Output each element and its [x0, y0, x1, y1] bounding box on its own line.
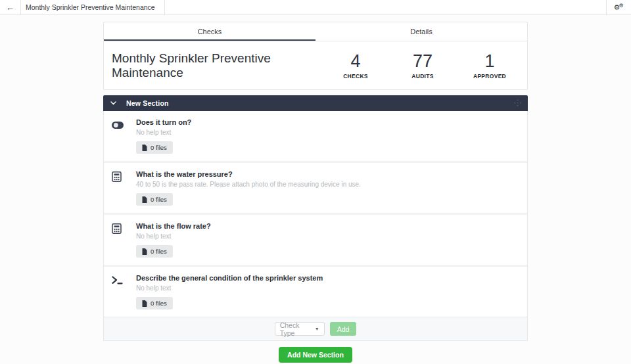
file-icon [142, 300, 147, 307]
gears-icon: ⚙⚙ [614, 3, 624, 12]
calculator-icon [112, 222, 132, 258]
tab-details-label: Details [410, 28, 432, 35]
page-title: Monthly Sprinkler Preventive Maintenance [112, 51, 335, 80]
summary-card: Checks Details Monthly Sprinkler Prevent… [103, 22, 528, 90]
terminal-icon [112, 274, 132, 309]
stat-approved-value: 1 [469, 52, 510, 70]
stat-audits: 77 AUDITS [402, 52, 443, 79]
tab-details[interactable]: Details [316, 22, 527, 41]
files-count-label: 0 files [151, 144, 167, 151]
tab-checks-label: Checks [198, 28, 222, 35]
section-card: New Section Does it turn on? No help tex… [103, 95, 528, 341]
check-title: What is the water pressure? [136, 170, 519, 178]
toggle-icon [112, 118, 132, 154]
add-new-section-button[interactable]: Add New Section [279, 347, 352, 363]
stat-approved: 1 APPROVED [469, 52, 510, 79]
check-help-text: 40 to 50 is the pass rate. Please attach… [136, 181, 519, 188]
section-header[interactable]: New Section [103, 95, 528, 111]
settings-button[interactable]: ⚙⚙ [606, 0, 631, 14]
files-button[interactable]: 0 files [136, 245, 173, 258]
files-count-label: 0 files [151, 248, 167, 255]
section-title: New Section [126, 99, 169, 107]
main-content: Checks Details Monthly Sprinkler Prevent… [103, 22, 528, 363]
file-icon [142, 145, 147, 151]
tab-checks[interactable]: Checks [104, 22, 316, 41]
check-title: Describe the general condition of the sp… [136, 274, 519, 282]
add-check-row: Check Type ▼ Add [103, 317, 528, 341]
check-help-text: No help text [136, 284, 519, 292]
breadcrumb-title: Monthly Sprinkler Preventive Maintenance [26, 3, 155, 11]
check-row-flow-rate[interactable]: What is the flow rate? No help text 0 fi… [104, 215, 527, 267]
tab-bar: Checks Details [104, 22, 527, 41]
stat-checks-value: 4 [335, 52, 376, 70]
check-body: Describe the general condition of the sp… [132, 274, 519, 309]
check-list: Does it turn on? No help text 0 files Wh… [103, 111, 528, 317]
breadcrumb[interactable]: Monthly Sprinkler Preventive Maintenance [21, 0, 165, 14]
stat-checks-label: CHECKS [335, 73, 376, 80]
topbar-spacer [165, 0, 606, 14]
stat-audits-value: 77 [402, 52, 443, 70]
files-button[interactable]: 0 files [136, 193, 173, 206]
back-arrow-icon: ← [6, 3, 14, 12]
check-type-select[interactable]: Check Type ▼ [275, 322, 325, 336]
check-row-turn-on[interactable]: Does it turn on? No help text 0 files [104, 111, 527, 163]
files-button[interactable]: 0 files [136, 141, 173, 154]
check-help-text: No help text [136, 233, 519, 240]
files-count-label: 0 files [151, 300, 167, 307]
stat-audits-label: AUDITS [402, 73, 443, 80]
check-row-water-pressure[interactable]: What is the water pressure? 40 to 50 is … [104, 163, 527, 215]
check-body: Does it turn on? No help text 0 files [132, 118, 519, 154]
files-button[interactable]: 0 files [136, 297, 173, 309]
back-button[interactable]: ← [0, 0, 21, 14]
stat-checks: 4 CHECKS [335, 52, 376, 79]
summary-row: Monthly Sprinkler Preventive Maintenance… [104, 41, 527, 89]
move-arrows-icon[interactable] [514, 99, 521, 108]
calculator-icon [112, 170, 132, 206]
files-count-label: 0 files [151, 196, 167, 203]
check-title: Does it turn on? [136, 118, 519, 126]
check-body: What is the flow rate? No help text 0 fi… [132, 222, 519, 258]
check-title: What is the flow rate? [136, 222, 519, 230]
file-icon [142, 248, 147, 255]
caret-down-icon: ▼ [315, 327, 319, 331]
topbar: ← Monthly Sprinkler Preventive Maintenan… [0, 0, 631, 15]
stats: 4 CHECKS 77 AUDITS 1 APPROVED [335, 52, 527, 79]
check-help-text: No help text [136, 129, 519, 136]
check-row-general-condition[interactable]: Describe the general condition of the sp… [104, 267, 527, 317]
check-body: What is the water pressure? 40 to 50 is … [132, 170, 519, 206]
chevron-down-icon[interactable] [110, 101, 116, 105]
check-type-select-value: Check Type [280, 321, 315, 337]
stat-approved-label: APPROVED [469, 73, 510, 80]
file-icon [142, 196, 147, 203]
add-check-button[interactable]: Add [330, 322, 357, 336]
